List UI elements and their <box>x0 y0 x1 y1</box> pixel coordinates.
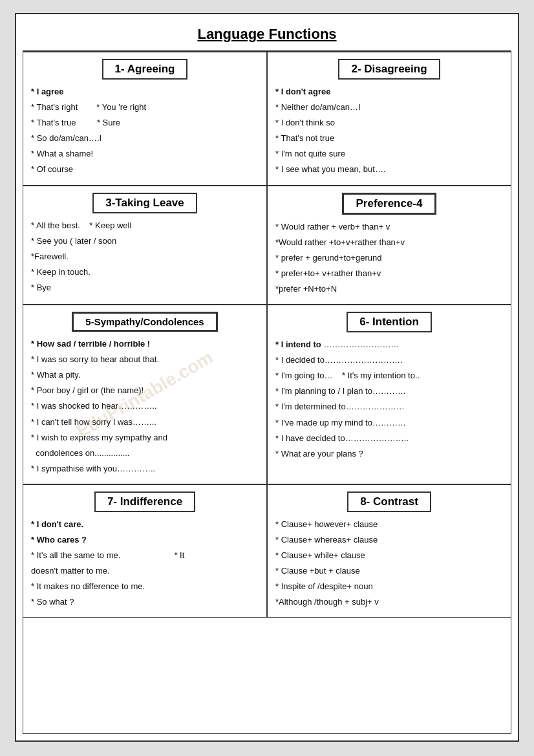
content-contrast: * Clause+ however+ clause * Clause+ wher… <box>275 517 503 610</box>
section-header-sympathy: 5-Sympathy/Condolences <box>31 312 259 332</box>
section-header-indifference: 7- Indifference <box>31 491 259 512</box>
section-header-preference: Preference-4 <box>275 193 503 215</box>
header-box-preference: Preference-4 <box>342 193 436 215</box>
content-agreeing: * I agree * That's right * You 're right… <box>31 85 259 177</box>
header-box-taking-leave: 3-Taking Leave <box>92 193 197 213</box>
page: Language Functions 1- Agreeing * I agree… <box>15 13 519 742</box>
cell-intention: 6- Intention * I intend to ……………………… * I… <box>267 305 511 484</box>
header-box-agreeing: 1- Agreeing <box>102 59 188 80</box>
header-box-disagreeing: 2- Disagreeing <box>338 59 440 80</box>
content-intention: * I intend to ……………………… * I decided to……… <box>275 338 503 461</box>
section-header-taking-leave: 3-Taking Leave <box>31 193 259 213</box>
cell-contrast: 8- Contrast * Clause+ however+ clause * … <box>267 484 511 618</box>
content-indifference: * I don't care. * Who cares ? * It's all… <box>31 517 259 610</box>
cell-indifference: 7- Indifference * I don't care. * Who ca… <box>23 484 267 618</box>
bottom-space <box>23 618 511 734</box>
content-sympathy: * How sad / terrible / horrible ! * I wa… <box>31 337 259 476</box>
header-box-indifference: 7- Indifference <box>94 491 195 512</box>
page-title: Language Functions <box>23 21 511 52</box>
header-box-contrast: 8- Contrast <box>347 491 431 512</box>
cell-taking-leave: 3-Taking Leave * All the best. * Keep we… <box>23 186 267 305</box>
section-header-intention: 6- Intention <box>275 312 503 332</box>
section-header-disagreeing: 2- Disagreeing <box>275 59 503 80</box>
content-preference: * Would rather + verb+ than+ v *Would ra… <box>275 220 503 296</box>
cell-agreeing: 1- Agreeing * I agree * That's right * Y… <box>23 52 267 186</box>
content-disagreeing: * I don't agree * Neither do/am/can…I * … <box>275 85 503 177</box>
section-header-agreeing: 1- Agreeing <box>31 59 259 80</box>
header-box-intention: 6- Intention <box>347 312 432 332</box>
header-box-sympathy: 5-Sympathy/Condolences <box>72 312 217 332</box>
content-taking-leave: * All the best. * Keep well * See you ( … <box>31 219 259 295</box>
cell-disagreeing: 2- Disagreeing * I don't agree * Neither… <box>267 52 511 186</box>
cell-preference: Preference-4 * Would rather + verb+ than… <box>267 186 511 305</box>
cell-sympathy: EduPrintable.com 5-Sympathy/Condolences … <box>23 305 267 484</box>
sections-grid: 1- Agreeing * I agree * That's right * Y… <box>23 52 511 618</box>
section-header-contrast: 8- Contrast <box>275 491 503 512</box>
